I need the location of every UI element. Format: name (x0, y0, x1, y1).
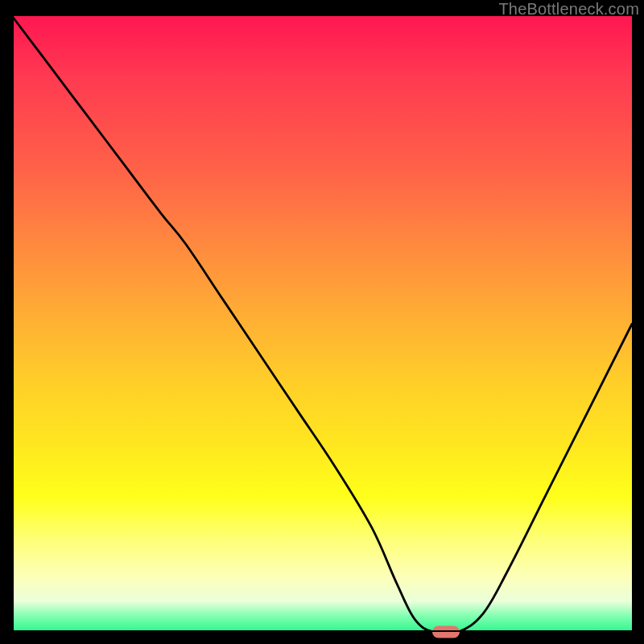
y-axis (12, 16, 14, 632)
optimal-marker (432, 626, 460, 638)
chart-frame: TheBottleneck.com (0, 0, 644, 644)
x-axis (12, 630, 632, 632)
bottleneck-curve (12, 16, 632, 632)
watermark-text: TheBottleneck.com (498, 0, 639, 19)
